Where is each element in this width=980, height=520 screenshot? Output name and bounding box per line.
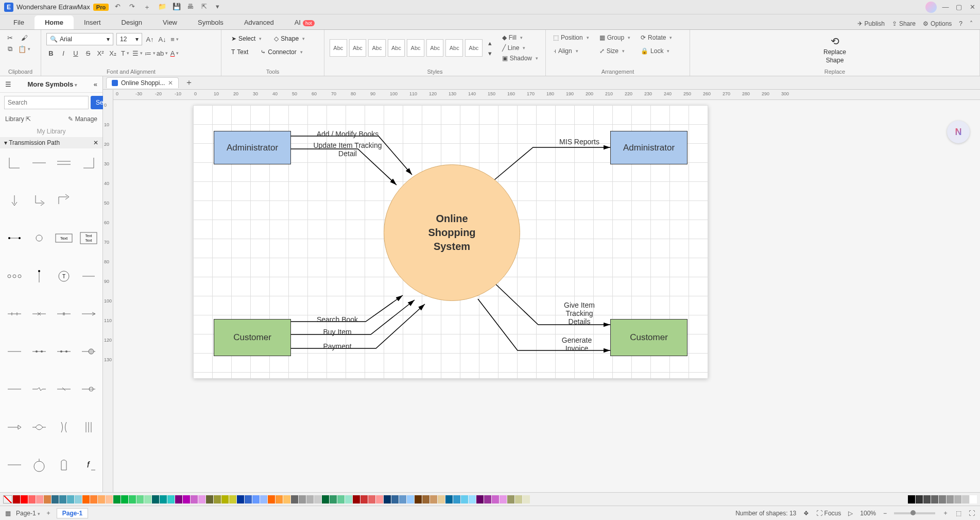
color-swatch[interactable] xyxy=(113,495,121,504)
font-size-select[interactable]: 12▾ xyxy=(116,33,142,45)
color-swatch[interactable] xyxy=(461,495,468,504)
bold-icon[interactable]: B xyxy=(46,48,56,58)
shape-item[interactable] xyxy=(29,379,49,399)
category-header[interactable]: ▾ Transmission Path ✕ xyxy=(0,137,102,148)
menu-ai[interactable]: AIhot xyxy=(284,15,325,29)
export-icon[interactable]: ⇱ xyxy=(201,3,211,12)
shape-item[interactable] xyxy=(78,417,99,438)
ai-assistant-button[interactable]: N xyxy=(947,121,970,143)
line-button[interactable]: ╱Line xyxy=(500,43,540,53)
size-button[interactable]: ⤢Size xyxy=(597,46,632,56)
color-swatch[interactable] xyxy=(337,495,345,504)
color-swatch[interactable] xyxy=(507,495,514,504)
label-payment[interactable]: Payment xyxy=(296,342,379,350)
shape-item[interactable]: T xyxy=(54,266,74,287)
options-button[interactable]: ⚙Options xyxy=(923,20,952,27)
color-swatch[interactable] xyxy=(90,495,97,504)
replace-shape-button[interactable]: ⟲ Replace Shape xyxy=(695,33,974,66)
color-swatch[interactable] xyxy=(144,495,151,504)
shape-item[interactable] xyxy=(29,153,49,173)
menu-file[interactable]: File xyxy=(3,15,35,29)
close-tab-icon[interactable]: ✕ xyxy=(168,79,173,87)
maximize-icon[interactable]: ▢ xyxy=(955,3,962,11)
style-preset-1[interactable]: Abc xyxy=(330,39,347,57)
zoom-slider[interactable] xyxy=(894,512,935,514)
align-h-icon[interactable]: ≡ xyxy=(170,35,179,44)
menu-view[interactable]: View xyxy=(152,15,187,29)
color-swatch[interactable] xyxy=(391,495,399,504)
format-painter-icon[interactable]: 🖌 xyxy=(20,33,29,42)
color-swatch[interactable] xyxy=(360,495,368,504)
color-swatch[interactable] xyxy=(283,495,290,504)
color-swatch[interactable] xyxy=(183,495,190,504)
no-fill-swatch[interactable] xyxy=(3,495,12,504)
shape-item[interactable] xyxy=(78,190,99,211)
line-spacing-icon[interactable]: ☰ xyxy=(133,48,142,58)
zoom-in-icon[interactable]: ＋ xyxy=(942,509,949,517)
color-swatch[interactable] xyxy=(376,495,383,504)
shape-item[interactable] xyxy=(4,153,25,173)
color-swatch[interactable] xyxy=(492,495,499,504)
color-swatch[interactable] xyxy=(121,495,128,504)
lock-button[interactable]: 🔒Lock xyxy=(639,46,674,56)
shape-item[interactable] xyxy=(29,455,49,475)
color-swatch[interactable] xyxy=(51,495,59,504)
shape-item[interactable]: Text xyxy=(54,228,74,248)
shape-item[interactable]: TextText xyxy=(78,228,99,248)
color-swatch[interactable] xyxy=(476,495,484,504)
shape-item[interactable] xyxy=(54,153,74,173)
shape-item[interactable] xyxy=(4,304,25,324)
symbol-search-input[interactable] xyxy=(4,96,89,109)
subscript-icon[interactable]: X₂ xyxy=(108,48,117,58)
shape-item[interactable] xyxy=(29,341,49,362)
menu-design[interactable]: Design xyxy=(111,15,152,29)
color-swatch[interactable] xyxy=(923,495,931,504)
close-category-icon[interactable]: ✕ xyxy=(93,139,98,146)
style-preset-2[interactable]: Abc xyxy=(349,39,367,57)
shape-item[interactable] xyxy=(54,379,74,399)
color-swatch[interactable] xyxy=(237,495,244,504)
color-swatch[interactable] xyxy=(28,495,36,504)
label-update-tracking[interactable]: Update Item TrackingDetail xyxy=(296,141,399,158)
presentation-icon[interactable]: ▷ xyxy=(848,510,853,517)
decrease-font-icon[interactable]: A↓ xyxy=(158,35,167,44)
shape-item[interactable] xyxy=(78,304,99,324)
color-swatch[interactable] xyxy=(214,495,221,504)
color-swatch[interactable] xyxy=(276,495,283,504)
color-swatch[interactable] xyxy=(368,495,375,504)
color-swatch[interactable] xyxy=(353,495,360,504)
shape-customer-right[interactable]: Customer xyxy=(610,319,687,356)
shape-administrator-right[interactable]: Administrator xyxy=(610,131,687,164)
color-swatch[interactable] xyxy=(399,495,406,504)
color-swatch[interactable] xyxy=(469,495,476,504)
shape-item[interactable] xyxy=(4,455,25,475)
menu-advanced[interactable]: Advanced xyxy=(234,15,284,29)
minimize-icon[interactable]: — xyxy=(942,3,949,11)
color-swatch[interactable] xyxy=(252,495,260,504)
canvas[interactable]: Administrator Administrator Customer Cus… xyxy=(113,100,980,492)
shape-administrator-left[interactable]: Administrator xyxy=(214,131,291,164)
color-swatch[interactable] xyxy=(36,495,43,504)
color-swatch[interactable] xyxy=(245,495,252,504)
color-swatch[interactable] xyxy=(500,495,507,504)
fullscreen-icon[interactable]: ⛶ xyxy=(969,510,975,517)
shape-item[interactable] xyxy=(78,266,99,287)
style-preset-8[interactable]: Abc xyxy=(465,39,483,57)
select-tool[interactable]: ➤Select xyxy=(227,33,266,44)
zoom-level[interactable]: 100% xyxy=(860,510,876,517)
color-swatch[interactable] xyxy=(129,495,136,504)
page-tab[interactable]: Page-1 xyxy=(57,508,88,518)
close-window-icon[interactable]: ✕ xyxy=(969,3,976,11)
shape-tool[interactable]: ◇Shape xyxy=(269,33,310,44)
add-page-icon[interactable]: ＋ xyxy=(45,509,51,517)
color-swatch[interactable] xyxy=(484,495,491,504)
copy-icon[interactable]: ⧉ xyxy=(5,44,14,54)
color-swatch[interactable] xyxy=(345,495,352,504)
bullets-icon[interactable]: ≔ xyxy=(145,48,154,58)
color-swatch[interactable] xyxy=(221,495,229,504)
color-swatch[interactable] xyxy=(67,495,74,504)
shape-item[interactable] xyxy=(78,341,99,362)
shadow-button[interactable]: ▣Shadow xyxy=(500,54,540,63)
menu-home[interactable]: Home xyxy=(35,15,74,29)
shape-item[interactable] xyxy=(29,190,49,211)
